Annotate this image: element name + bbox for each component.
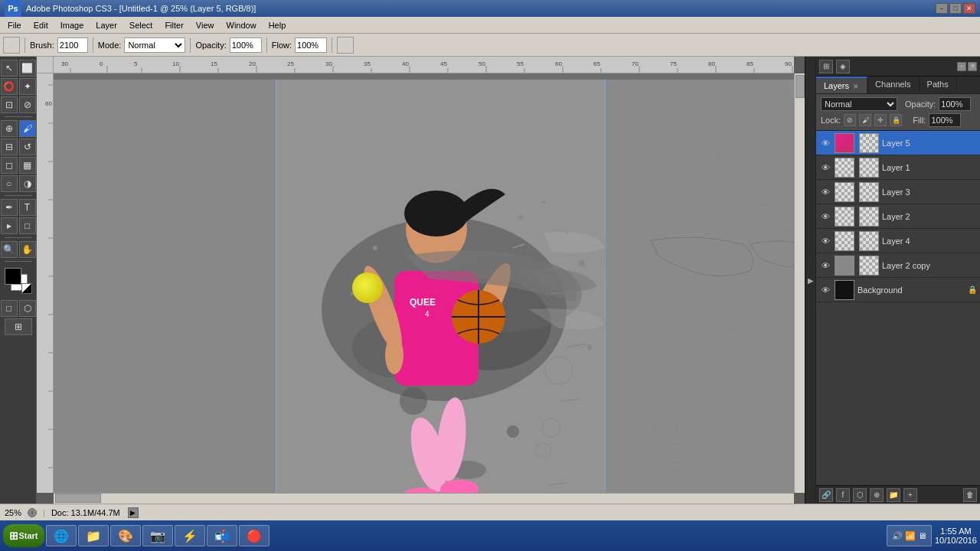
- menu-layer[interactable]: Layer: [90, 19, 123, 31]
- taskbar-app4[interactable]: 🔴: [239, 525, 270, 546]
- text-tool[interactable]: T: [19, 199, 36, 216]
- panel-icon-2[interactable]: ◈: [836, 60, 850, 73]
- menu-file[interactable]: File: [2, 19, 28, 31]
- link-layers-btn[interactable]: 🔗: [819, 488, 833, 502]
- new-adjustment-btn[interactable]: ⊕: [870, 488, 884, 502]
- taskbar-app2[interactable]: ⚡: [175, 525, 205, 546]
- svg-point-87: [587, 345, 592, 350]
- marquee-tool[interactable]: ⬜: [19, 60, 36, 77]
- magic-wand-tool[interactable]: ✦: [19, 78, 36, 95]
- layer-blend-mode-select[interactable]: Normal: [821, 97, 897, 111]
- slice-tool[interactable]: ⊘: [19, 96, 36, 113]
- history-brush[interactable]: ↺: [19, 139, 36, 155]
- lock-all-btn[interactable]: 🔒: [890, 114, 902, 126]
- fg-color-box[interactable]: [5, 268, 21, 285]
- menu-select[interactable]: Select: [123, 19, 159, 31]
- brush-size-input[interactable]: [57, 37, 88, 53]
- path-select-tool[interactable]: ▸: [1, 217, 18, 234]
- opacity-panel-input[interactable]: [939, 97, 971, 111]
- hand-tool[interactable]: ✋: [19, 241, 36, 258]
- menu-edit[interactable]: Edit: [28, 19, 54, 31]
- pen-tool[interactable]: ✒: [1, 199, 18, 216]
- lasso-tool[interactable]: ⭕: [1, 78, 18, 95]
- layer-item-layer2copy[interactable]: 👁 Layer 2 copy: [816, 253, 980, 278]
- layer-item-layer2[interactable]: 👁 Layer 2: [816, 204, 980, 229]
- clone-tool[interactable]: ⊟: [1, 139, 18, 155]
- taskbar-ps[interactable]: 🎨: [110, 525, 141, 546]
- brush-tool-icon[interactable]: 🖌: [3, 37, 20, 54]
- taskbar-systray[interactable]: 🔊 📶 🖥: [887, 525, 932, 546]
- menu-filter[interactable]: Filter: [158, 19, 189, 31]
- lock-transparent-btn[interactable]: ⊘: [844, 114, 856, 126]
- layer1-visibility-toggle[interactable]: 👁: [819, 161, 831, 174]
- airbrush-toggle[interactable]: ⊕: [337, 37, 354, 54]
- dodge-tool[interactable]: ◑: [19, 175, 36, 192]
- opacity-input[interactable]: [230, 37, 262, 53]
- swap-colors-icon[interactable]: [21, 283, 32, 294]
- layer-item-layer1[interactable]: 👁 Layer 1: [816, 155, 980, 180]
- brush-tool[interactable]: 🖌: [19, 120, 36, 137]
- svg-text:60: 60: [555, 60, 562, 67]
- healing-tool[interactable]: ⊕: [1, 120, 18, 137]
- move-tool[interactable]: ↖: [1, 60, 18, 77]
- delete-layer-btn[interactable]: 🗑: [963, 488, 977, 502]
- start-button[interactable]: ⊞ Start: [3, 524, 44, 547]
- eraser-tool[interactable]: ◻: [1, 157, 18, 174]
- tab-channels[interactable]: Channels: [867, 77, 919, 93]
- tab-layers[interactable]: Layers ✕: [816, 77, 867, 93]
- new-group-btn[interactable]: 📁: [887, 488, 900, 502]
- fill-panel-input[interactable]: [929, 113, 961, 127]
- blend-mode-select[interactable]: Normal: [124, 37, 185, 53]
- add-mask-btn[interactable]: ⬡: [853, 488, 867, 502]
- panel-minimize[interactable]: −: [957, 62, 966, 71]
- shape-tool[interactable]: □: [19, 217, 36, 234]
- menu-image[interactable]: Image: [54, 19, 90, 31]
- vscroll-thumb[interactable]: [795, 75, 805, 98]
- vertical-scrollbar[interactable]: [794, 73, 805, 493]
- normal-mode[interactable]: □: [1, 300, 18, 317]
- background-visibility-toggle[interactable]: 👁: [819, 284, 831, 296]
- status-info-icon[interactable]: i: [28, 508, 37, 517]
- collapse-panel-button[interactable]: ▶: [805, 57, 815, 504]
- layer5-visibility-toggle[interactable]: 👁: [819, 137, 831, 149]
- layer2copy-visibility-toggle[interactable]: 👁: [819, 259, 831, 272]
- main-canvas[interactable]: QUEE 4: [276, 80, 605, 493]
- lock-pixels-btn[interactable]: 🖌: [859, 114, 871, 126]
- menu-view[interactable]: View: [190, 19, 220, 31]
- horizontal-scrollbar[interactable]: [54, 493, 794, 504]
- layer-item-background[interactable]: 👁 Background 🔒: [816, 278, 980, 302]
- flow-input[interactable]: [295, 37, 327, 53]
- blur-tool[interactable]: ○: [1, 175, 18, 192]
- maximize-button[interactable]: □: [949, 3, 962, 14]
- panel-close[interactable]: ✕: [968, 62, 977, 71]
- layer-item-layer3[interactable]: 👁 Layer 3: [816, 180, 980, 204]
- lock-position-btn[interactable]: ✛: [874, 114, 887, 126]
- hscroll-thumb[interactable]: [55, 494, 101, 503]
- taskbar-explorer[interactable]: 📁: [78, 525, 109, 546]
- zoom-tool[interactable]: 🔍: [1, 241, 18, 258]
- menu-help[interactable]: Help: [263, 19, 292, 31]
- panel-icon-1[interactable]: ⊞: [819, 60, 833, 73]
- tab-layers-close[interactable]: ✕: [853, 83, 859, 90]
- tab-paths[interactable]: Paths: [920, 77, 957, 93]
- gradient-tool[interactable]: ▦: [19, 157, 36, 174]
- taskbar-app3[interactable]: 📬: [207, 525, 237, 546]
- quickmask-mode[interactable]: ⬡: [19, 300, 36, 317]
- new-layer-btn[interactable]: +: [903, 488, 917, 502]
- window-controls[interactable]: − □ ✕: [936, 3, 975, 14]
- taskbar-ie[interactable]: 🌐: [46, 525, 77, 546]
- close-button[interactable]: ✕: [963, 3, 975, 14]
- layer2-visibility-toggle[interactable]: 👁: [819, 210, 831, 223]
- screen-mode[interactable]: ⊞: [5, 318, 32, 335]
- minimize-button[interactable]: −: [936, 3, 948, 14]
- add-style-btn[interactable]: f: [836, 488, 850, 502]
- taskbar-app1[interactable]: 📷: [142, 525, 173, 546]
- layer3-visibility-toggle[interactable]: 👁: [819, 186, 831, 198]
- layer-item-layer5[interactable]: 👁 Layer 5: [816, 131, 980, 155]
- layer4-visibility-toggle[interactable]: 👁: [819, 235, 831, 247]
- layer-item-layer4[interactable]: 👁 Layer 4: [816, 229, 980, 253]
- menu-window[interactable]: Window: [220, 19, 263, 31]
- color-picker[interactable]: [5, 268, 32, 295]
- status-arrow-btn[interactable]: ▶: [128, 507, 139, 518]
- crop-tool[interactable]: ⊡: [1, 96, 18, 113]
